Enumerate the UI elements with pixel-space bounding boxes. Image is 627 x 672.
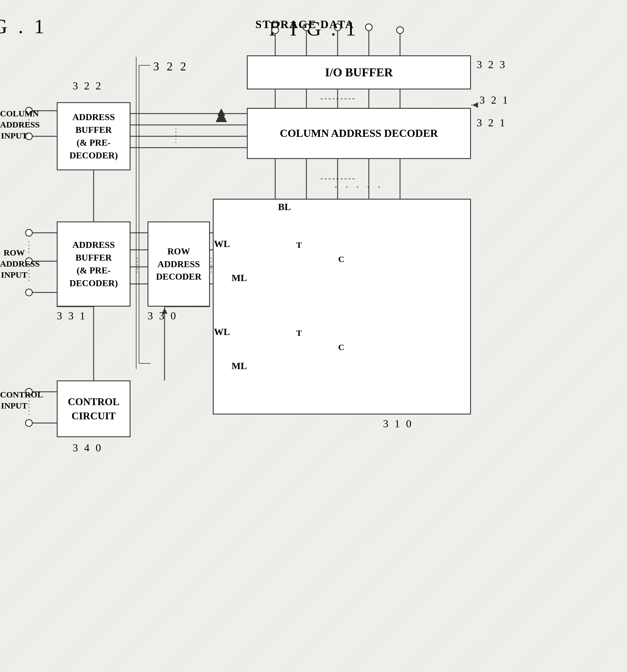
ref-300: 3 2 2	[153, 59, 189, 73]
ml-label-2: ML	[231, 361, 247, 371]
ref-340: 3 4 0	[73, 441, 103, 454]
ml-label-1: ML	[231, 272, 247, 283]
memory-array-block	[213, 199, 471, 414]
ref-320: 3 2 1	[479, 94, 509, 106]
ref-331: 3 3 1	[57, 309, 87, 322]
row-addr-decoder-block: ROWADDRESSDECODER	[148, 221, 210, 307]
svg-marker-29	[216, 111, 227, 122]
ref-322: 3 2 2	[73, 79, 103, 92]
svg-point-35	[26, 230, 32, 236]
control-circuit-block: CONTROLCIRCUIT	[57, 380, 130, 437]
t-label-2: T	[296, 328, 302, 338]
t-label-1: T	[296, 240, 302, 250]
diagram: F I G . 1	[0, 0, 627, 672]
wl-label-1: WL	[214, 239, 230, 249]
control-input-label: CONTROLINPUT	[0, 389, 28, 411]
ref-321: 3 2 1	[477, 116, 507, 129]
c-label-1: C	[338, 255, 345, 264]
wl-label-2: WL	[214, 327, 230, 337]
addr-buf-col-block: ADDRESSBUFFER(& PRE-DECODER)	[57, 102, 130, 170]
col-addr-decoder-block: COLUMN ADDRESS DECODER	[247, 108, 471, 159]
ref-310: 3 1 0	[383, 417, 413, 430]
ref-323: 3 2 3	[477, 58, 507, 71]
svg-point-37	[26, 289, 32, 296]
svg-marker-63	[217, 109, 225, 116]
svg-point-8	[366, 24, 372, 31]
col-decoder-dots: . . . . .	[247, 178, 471, 190]
svg-point-9	[397, 27, 403, 33]
storage-data-label: STORAGE DATA	[255, 17, 354, 32]
svg-point-54	[26, 419, 32, 427]
ref-330: 3 3 0	[148, 309, 178, 322]
col-addr-input-label: COLUMNADDRESSINPUT	[0, 108, 28, 141]
c-label-2: C	[338, 342, 345, 352]
addr-buf-row-block: ADDRESSBUFFER(& PRE-DECODER)	[57, 221, 130, 307]
io-buffer-block: I/O BUFFER	[247, 55, 471, 90]
svg-marker-70	[472, 102, 478, 108]
bl-label: BL	[278, 201, 291, 212]
row-addr-input-label: ROWADDRESSINPUT	[0, 247, 28, 280]
